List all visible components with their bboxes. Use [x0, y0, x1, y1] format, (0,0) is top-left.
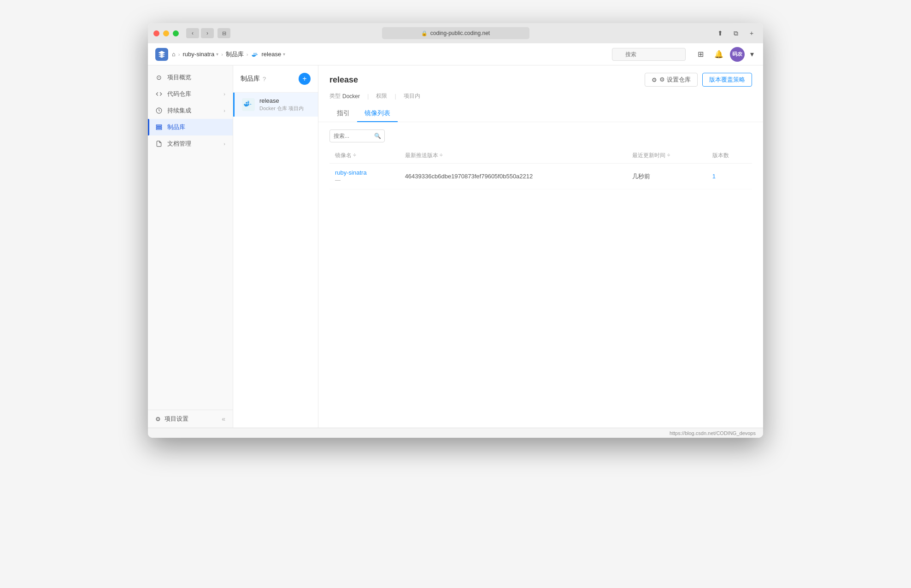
sub-sidebar: 制品库 ? + r [233, 65, 318, 428]
breadcrumb-artifacts[interactable]: 制品库 [226, 50, 244, 59]
version-count-link[interactable]: 1 [712, 173, 716, 180]
cell-version-count: 1 [707, 164, 752, 189]
meta-type: 类型 Docker [329, 92, 360, 100]
app-logo[interactable] [155, 48, 168, 61]
breadcrumb-release[interactable]: release ▾ [251, 51, 286, 58]
breadcrumb-home[interactable]: ⌂ [172, 51, 176, 58]
main-layout: ⊙ 项目概览 代码仓库 › [148, 65, 763, 428]
cell-latest-version: 46439336cb6dbe1970873fef79605f0b550a2212 [400, 164, 627, 189]
sidebar-item-ci[interactable]: 持续集成 › [148, 102, 233, 119]
sub-sidebar-release[interactable]: release Docker 仓库 项目内 [233, 93, 318, 117]
sidebar-item-artifacts[interactable]: 制品库 [148, 119, 233, 135]
breadcrumb-sep-2: › [221, 52, 223, 57]
sidebar-item-overview[interactable]: ⊙ 项目概览 [148, 69, 233, 86]
settings-button-label: ⚙ 设置仓库 [659, 76, 691, 84]
image-tag: — [335, 177, 394, 183]
close-button[interactable] [153, 30, 159, 36]
chevron-down-icon-2: ▾ [283, 52, 285, 57]
breadcrumb-project[interactable]: ruby-sinatra ▾ [183, 51, 219, 58]
share-icon[interactable]: ⬆ [714, 28, 726, 38]
table-header-row: 镜像名 ÷ 最新推送版本 ÷ 最近更新时间 ÷ 版本数 [329, 148, 752, 164]
table-search-input[interactable] [329, 129, 385, 142]
image-name-link[interactable]: ruby-sinatra [335, 169, 367, 176]
breadcrumb-artifacts-label: 制品库 [226, 50, 244, 59]
chevron-down-icon-1: ▾ [216, 52, 218, 57]
sidebar-nav: ⊙ 项目概览 代码仓库 › [148, 65, 233, 410]
sidebar-docs-label: 文档管理 [167, 140, 191, 148]
sub-sidebar-item-name: release [259, 97, 304, 104]
logo-icon [158, 50, 166, 59]
sidebar-item-docs[interactable]: 文档管理 › [148, 135, 233, 152]
chevron-right-icon-ci: › [223, 108, 225, 113]
col-updated-at[interactable]: 最近更新时间 ÷ [627, 148, 706, 164]
breadcrumb: ⌂ › ruby-sinatra ▾ › 制品库 › release ▾ [172, 50, 285, 59]
sub-sidebar-title-wrap: 制品库 ? [241, 75, 266, 83]
content-meta: 类型 Docker | 权限 | 项目内 [329, 92, 752, 100]
tab-images-label: 镜像列表 [364, 109, 390, 117]
statusbar: https://blog.csdn.net/CODING_devops [148, 428, 763, 438]
coverage-policy-button[interactable]: 版本覆盖策略 [702, 73, 752, 87]
sidebar-item-code[interactable]: 代码仓库 › [148, 86, 233, 102]
sidebar-code-label: 代码仓库 [167, 90, 191, 98]
sub-sidebar-item-meta: Docker 仓库 项目内 [259, 105, 304, 112]
sidebar-settings[interactable]: ⚙ 项目设置 [155, 415, 188, 423]
col-latest-version[interactable]: 最新推送版本 ÷ [400, 148, 627, 164]
settings-button[interactable]: ⚙ ⚙ 设置仓库 [645, 73, 698, 87]
tab-images[interactable]: 镜像列表 [357, 106, 398, 122]
meta-scope-label: 项目内 [404, 92, 420, 100]
main-window: ‹ › ⊟ 🔒 coding-public.coding.net ⬆ ⧉ + ⌂… [148, 23, 763, 438]
add-artifact-button[interactable]: + [299, 73, 311, 85]
minimize-button[interactable] [163, 30, 169, 36]
chevron-right-icon-docs: › [223, 141, 225, 147]
content-title-row: release ⚙ ⚙ 设置仓库 版本覆盖策略 [329, 73, 752, 87]
col-version-count-label: 版本数 [712, 152, 729, 159]
bell-icon: 🔔 [714, 50, 723, 59]
docker-icon [242, 98, 255, 111]
content-title: release [329, 75, 358, 85]
notifications-button[interactable]: 🔔 [711, 47, 726, 62]
meta-scope: 项目内 [404, 92, 420, 100]
table-search-wrap: 🔍 [329, 129, 385, 142]
address-bar: 🔒 coding-public.coding.net [382, 27, 529, 39]
col-latest-version-label: 最新推送版本 ÷ [405, 152, 443, 159]
sidebar-overview-label: 项目概览 [167, 73, 191, 82]
avatar-button[interactable]: 码农 [730, 47, 745, 62]
table-body: ruby-sinatra — 46439336cb6dbe1970873fef7… [329, 164, 752, 189]
back-button[interactable]: ‹ [186, 28, 199, 38]
breadcrumb-release-label: release [262, 51, 282, 58]
help-icon[interactable]: ? [263, 76, 266, 82]
appbar-actions: ⊞ 🔔 码农 ▾ [693, 47, 756, 62]
maximize-button[interactable] [173, 30, 179, 36]
svg-rect-0 [156, 125, 162, 126]
duplicate-icon[interactable]: ⧉ [730, 28, 742, 38]
data-table: 镜像名 ÷ 最新推送版本 ÷ 最近更新时间 ÷ 版本数 [329, 148, 752, 189]
col-name-label: 镜像名 ÷ [335, 152, 356, 159]
tab-guide[interactable]: 指引 [329, 106, 357, 122]
breadcrumb-project-label: ruby-sinatra [183, 51, 215, 58]
search-input[interactable] [612, 48, 686, 61]
statusbar-url: https://blog.csdn.net/CODING_devops [670, 430, 756, 436]
table-area: 🔍 镜像名 ÷ 最新推送版本 ÷ 最近更新时间 [318, 122, 763, 428]
account-dropdown-button[interactable]: ▾ [748, 47, 756, 62]
new-tab-icon[interactable]: + [746, 28, 758, 38]
sidebar: ⊙ 项目概览 代码仓库 › [148, 65, 233, 428]
col-version-count[interactable]: 版本数 [707, 148, 752, 164]
lock-icon: 🔒 [421, 30, 428, 36]
artifacts-icon [155, 123, 163, 131]
appbar: ⌂ › ruby-sinatra ▾ › 制品库 › release ▾ [148, 43, 763, 65]
coverage-policy-label: 版本覆盖策略 [709, 76, 745, 83]
titlebar: ‹ › ⊟ 🔒 coding-public.coding.net ⬆ ⧉ + [148, 23, 763, 43]
table-toolbar: 🔍 [329, 129, 752, 142]
forward-button[interactable]: › [201, 28, 214, 38]
tabs: 指引 镜像列表 [329, 106, 752, 122]
table-row: ruby-sinatra — 46439336cb6dbe1970873fef7… [329, 164, 752, 189]
sidebar-collapse-button[interactable]: « [222, 415, 225, 423]
grid-icon-button[interactable]: ⊞ [693, 47, 708, 62]
sub-sidebar-header: 制品库 ? + [233, 65, 318, 93]
reader-view-button[interactable]: ⊟ [217, 28, 230, 38]
meta-divider-1: | [367, 93, 369, 100]
breadcrumb-sep-1: › [178, 52, 180, 57]
col-name[interactable]: 镜像名 ÷ [329, 148, 400, 164]
docker-small-icon [251, 51, 259, 58]
content-header: release ⚙ ⚙ 设置仓库 版本覆盖策略 类型 Dock [318, 65, 763, 122]
